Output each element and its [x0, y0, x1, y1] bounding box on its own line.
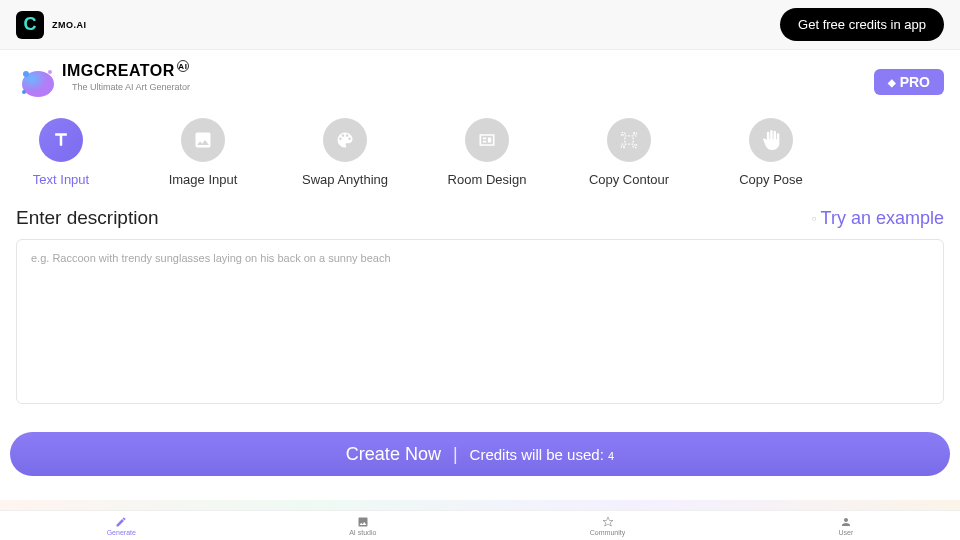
pro-button[interactable]: ◆ PRO — [874, 69, 944, 95]
nav-community[interactable]: Community — [590, 516, 625, 536]
community-icon — [602, 516, 614, 528]
pro-label: PRO — [900, 74, 930, 90]
credits-used-label: Credits will be used: 4 — [470, 446, 615, 463]
tab-label: Copy Pose — [739, 172, 803, 187]
nav-user[interactable]: User — [839, 516, 854, 536]
tab-label: Room Design — [448, 172, 527, 187]
description-input[interactable]: e.g. Raccoon with trendy sunglasses layi… — [16, 239, 944, 404]
credits-label-text: Credits will be used: — [470, 446, 604, 463]
room-icon — [465, 118, 509, 162]
nav-ai-studio[interactable]: AI studio — [349, 516, 376, 536]
try-example-label: Try an example — [821, 208, 944, 229]
create-now-button[interactable]: Create Now | Credits will be used: 4 — [10, 432, 950, 476]
tab-swap-anything[interactable]: Swap Anything — [300, 118, 390, 187]
refresh-icon: ○ — [812, 214, 817, 223]
tab-copy-pose[interactable]: Copy Pose — [726, 118, 816, 187]
generate-icon — [115, 516, 127, 528]
ai-badge-icon: AI — [177, 60, 189, 72]
brand-title-text: IMGCREATOR — [62, 62, 175, 80]
svg-point-1 — [23, 71, 29, 77]
nav-label: Community — [590, 529, 625, 536]
bottom-nav: Generate AI studio Community User — [0, 510, 960, 540]
tab-label: Image Input — [169, 172, 238, 187]
user-icon — [840, 516, 852, 528]
tab-room-design[interactable]: Room Design — [442, 118, 532, 187]
text-icon — [39, 118, 83, 162]
nav-label: AI studio — [349, 529, 376, 536]
desc-header: Enter description ○ Try an example — [0, 207, 960, 239]
palette-icon — [323, 118, 367, 162]
header-row: IMGCREATOR AI The Ultimate AI Art Genera… — [0, 50, 960, 106]
create-label: Create Now — [346, 444, 441, 465]
hand-icon — [749, 118, 793, 162]
zmo-logo-icon: C — [16, 11, 44, 39]
svg-point-3 — [22, 90, 26, 94]
get-credits-button[interactable]: Get free credits in app — [780, 8, 944, 41]
description-placeholder: e.g. Raccoon with trendy sunglasses layi… — [31, 252, 929, 264]
tab-label: Text Input — [33, 172, 89, 187]
contour-icon — [607, 118, 651, 162]
try-example-link[interactable]: ○ Try an example — [812, 208, 944, 229]
separator: | — [453, 444, 458, 465]
brand-subtitle: The Ultimate AI Art Generator — [72, 82, 190, 92]
brand-blob-icon — [16, 62, 56, 102]
tab-text-input[interactable]: Text Input — [16, 118, 106, 187]
nav-label: User — [839, 529, 854, 536]
svg-point-2 — [48, 70, 52, 74]
brand-title: IMGCREATOR AI — [62, 62, 190, 80]
diamond-icon: ◆ — [888, 77, 896, 88]
tab-copy-contour[interactable]: Copy Contour — [584, 118, 674, 187]
studio-icon — [357, 516, 369, 528]
brand-text: IMGCREATOR AI The Ultimate AI Art Genera… — [62, 62, 190, 92]
tab-image-input[interactable]: Image Input — [158, 118, 248, 187]
tab-label: Swap Anything — [302, 172, 388, 187]
topbar-left: C ZMO.AI — [16, 11, 87, 39]
zmo-brand: ZMO.AI — [52, 20, 87, 30]
mode-tabs: Text Input Image Input Swap Anything Roo… — [0, 106, 960, 207]
topbar: C ZMO.AI Get free credits in app — [0, 0, 960, 50]
image-icon — [181, 118, 225, 162]
credits-count: 4 — [608, 450, 614, 462]
create-row: Create Now | Credits will be used: 4 — [0, 404, 960, 482]
tab-label: Copy Contour — [589, 172, 669, 187]
nav-label: Generate — [107, 529, 136, 536]
nav-generate[interactable]: Generate — [107, 516, 136, 536]
desc-title: Enter description — [16, 207, 159, 229]
brand: IMGCREATOR AI The Ultimate AI Art Genera… — [16, 62, 190, 102]
